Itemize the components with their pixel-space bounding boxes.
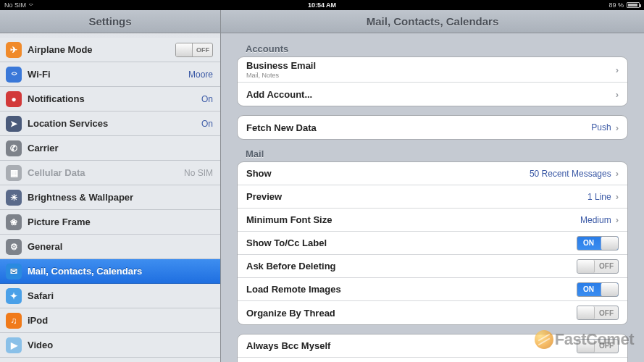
sidebar-item-brightness-wallpaper[interactable]: ☀Brightness & Wallpaper <box>0 185 220 210</box>
safari-icon: ✦ <box>6 288 22 304</box>
fetch-group: Fetch New Data Push › <box>237 115 628 140</box>
battery-text: 89 % <box>609 1 624 9</box>
row-label: Minimum Font Size <box>246 214 332 225</box>
general-icon: ⚙ <box>6 239 22 255</box>
sidebar-item-label: General <box>28 241 62 252</box>
app: Settings ✈Airplane ModeOFF⌔Wi-FiMoore●No… <box>0 10 644 362</box>
sidebar-item-mail-contacts-calendars[interactable]: ✉Mail, Contacts, Calendars <box>0 259 220 284</box>
accounts-group: Business Email Mail, Notes › Add Account… <box>237 56 628 106</box>
switch-knob <box>577 340 595 353</box>
status-left: No SIM ⌔ <box>4 1 33 9</box>
switch-knob <box>601 237 618 250</box>
row-label: Organize By Thread <box>246 308 335 319</box>
row-label: Add Account... <box>246 89 312 100</box>
sidebar-item-cellular-data[interactable]: ▦Cellular DataNo SIM <box>0 161 220 185</box>
detail-title: Mail, Contacts, Calendars <box>221 10 644 33</box>
row-label: Show <box>246 168 272 179</box>
sidebar-item-value: On <box>201 94 213 104</box>
clock: 10:54 AM <box>308 1 336 9</box>
row-organize-by-thread[interactable]: Organize By ThreadOFF <box>238 301 627 324</box>
sidebar-item-label: Cellular Data <box>28 167 85 178</box>
cellular-data-icon: ▦ <box>6 165 22 181</box>
row-show[interactable]: Show50 Recent Messages› <box>238 162 627 185</box>
row-minimum-font-size[interactable]: Minimum Font SizeMedium› <box>238 209 627 232</box>
switch-always-bcc-myself[interactable]: OFF <box>577 339 619 353</box>
sidebar-item-label: iPod <box>28 315 48 326</box>
sidebar-item-wi-fi[interactable]: ⌔Wi-FiMoore <box>0 62 220 87</box>
sidebar-item-photos[interactable]: ✿Photos <box>0 358 220 362</box>
wi-fi-icon: ⌔ <box>6 67 22 83</box>
sidebar-title: Settings <box>0 10 220 33</box>
video-icon: ▶ <box>6 337 22 353</box>
row-load-remote-images[interactable]: Load Remote ImagesON <box>238 278 627 301</box>
section-label-mail: Mail <box>246 148 628 159</box>
carrier-text: No SIM <box>4 1 26 9</box>
sidebar-item-video[interactable]: ▶Video <box>0 333 220 358</box>
row-preview[interactable]: Preview1 Line› <box>238 185 627 209</box>
switch-label: ON <box>583 285 594 293</box>
ipod-icon: ♫ <box>6 313 22 329</box>
sidebar-item-notifications[interactable]: ●NotificationsOn <box>0 87 220 111</box>
row-show-to-cc-label[interactable]: Show To/Cc LabelON <box>238 232 627 255</box>
switch-label: ON <box>583 239 594 247</box>
sidebar-item-ipod[interactable]: ♫iPod <box>0 308 220 333</box>
row-label: Always Bcc Myself <box>246 340 330 351</box>
chevron-right-icon: › <box>616 214 619 225</box>
sidebar-item-label: Wi-Fi <box>28 69 51 80</box>
sidebar-item-label: Brightness & Wallpaper <box>28 192 133 203</box>
fetch-new-data-row[interactable]: Fetch New Data Push › <box>238 116 627 139</box>
sidebar: Settings ✈Airplane ModeOFF⌔Wi-FiMoore●No… <box>0 10 221 362</box>
chevron-right-icon: › <box>616 122 619 133</box>
mail-group-2: Always Bcc MyselfOFFSignatureRob Moore -… <box>237 334 628 362</box>
sidebar-item-airplane-mode[interactable]: ✈Airplane ModeOFF <box>0 38 220 62</box>
chevron-right-icon: › <box>616 64 619 75</box>
sidebar-item-label: Notifications <box>28 93 85 104</box>
switch-show-to-cc-label[interactable]: ON <box>577 236 619 251</box>
row-sublabel: Mail, Notes <box>246 72 316 79</box>
switch-knob <box>577 306 595 319</box>
sidebar-item-location-services[interactable]: ➤Location ServicesOn <box>0 111 220 136</box>
chevron-right-icon: › <box>616 168 619 179</box>
picture-frame-icon: ❀ <box>6 214 22 230</box>
sidebar-item-label: Airplane Mode <box>28 44 93 55</box>
sidebar-item-carrier[interactable]: ✆Carrier <box>0 136 220 161</box>
chevron-right-icon: › <box>616 191 619 202</box>
notifications-icon: ● <box>6 91 22 107</box>
sidebar-list: ✈Airplane ModeOFF⌔Wi-FiMoore●Notificatio… <box>0 33 220 362</box>
airplane-mode-icon: ✈ <box>6 42 22 58</box>
carrier-icon: ✆ <box>6 140 22 156</box>
sidebar-item-safari[interactable]: ✦Safari <box>0 284 220 308</box>
switch-label: OFF <box>599 262 614 270</box>
row-label: Fetch New Data <box>246 122 317 133</box>
row-label: Load Remote Images <box>246 284 341 295</box>
section-label-accounts: Accounts <box>246 43 628 54</box>
sidebar-item-value: No SIM <box>184 168 213 178</box>
detail-pane: Mail, Contacts, Calendars Accounts Busin… <box>221 10 644 362</box>
location-services-icon: ➤ <box>6 116 22 132</box>
mail-group: Show50 Recent Messages›Preview1 Line›Min… <box>237 161 628 325</box>
row-always-bcc-myself[interactable]: Always Bcc MyselfOFF <box>238 334 627 358</box>
switch-knob <box>601 283 618 296</box>
row-label: Business Email <box>246 60 316 71</box>
switch-label: OFF <box>599 309 614 317</box>
airplane-mode-toggle[interactable]: OFF <box>175 43 213 57</box>
sidebar-item-general[interactable]: ⚙General <box>0 235 220 259</box>
brightness-wallpaper-icon: ☀ <box>6 190 22 206</box>
sidebar-item-label: Picture Frame <box>28 216 91 227</box>
add-account-row[interactable]: Add Account... › <box>238 83 627 106</box>
status-bar: No SIM ⌔ 10:54 AM 89 % <box>0 0 644 10</box>
battery-icon <box>627 2 640 8</box>
switch-knob <box>577 260 595 273</box>
sidebar-item-value: On <box>201 119 213 129</box>
row-ask-before-deleting[interactable]: Ask Before DeletingOFF <box>238 255 627 278</box>
detail-body: Accounts Business Email Mail, Notes › Ad… <box>221 33 644 362</box>
sidebar-item-picture-frame[interactable]: ❀Picture Frame <box>0 210 220 235</box>
account-business-email[interactable]: Business Email Mail, Notes › <box>238 57 627 83</box>
row-label: Preview <box>246 191 282 202</box>
row-value: 1 Line <box>587 192 611 202</box>
row-value: 50 Recent Messages <box>530 169 611 179</box>
switch-organize-by-thread[interactable]: OFF <box>577 306 619 320</box>
row-signature[interactable]: SignatureRob Moore - DemoWolf.com Sent f… <box>238 358 627 362</box>
switch-load-remote-images[interactable]: ON <box>577 282 619 297</box>
switch-ask-before-deleting[interactable]: OFF <box>577 259 619 274</box>
